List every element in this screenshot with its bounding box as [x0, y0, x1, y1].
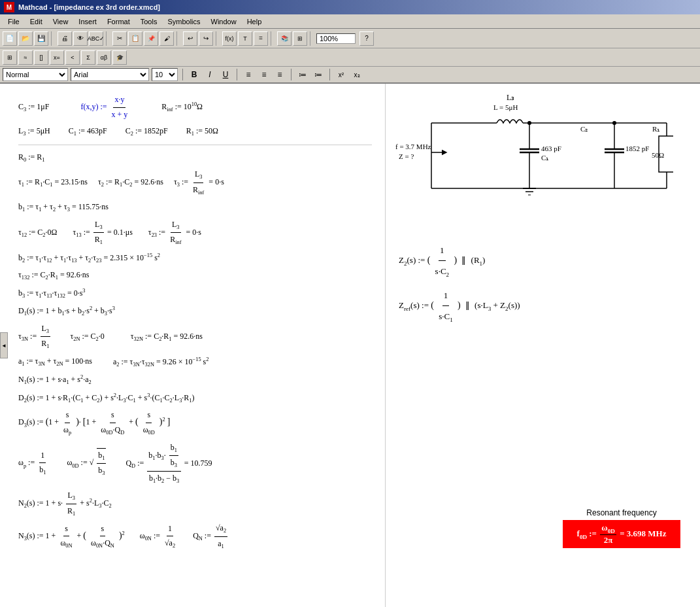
math-line-tau1: τ1 := R1·C1 = 23.15·ns τ2 := R1·C2 = 92.…	[18, 167, 372, 198]
tau1-assign: τ1 := R1·C1 = 23.15·ns	[18, 175, 88, 190]
sep5	[271, 31, 275, 46]
math-content: C3 := 1μF f(x,y) := x·y x + y Rinf := 10…	[0, 84, 385, 561]
math-line-d3: D3(s) := (1 + s ωp )· [1 + s ω0D·QD + (	[18, 408, 372, 438]
new-button[interactable]: 📄	[3, 31, 17, 46]
align-left-button[interactable]: ≡	[242, 68, 255, 81]
size-dropdown[interactable]: 10	[152, 68, 178, 81]
impedance-label: Z = ?	[399, 152, 414, 160]
tau32n-assign: τ32N := C2·R1 = 92.6·ns	[131, 330, 203, 345]
italic-button[interactable]: I	[203, 68, 216, 81]
math-line-tau3n: τ3N := L3 R1 τ2N := C2·0 τ32N := C2·R1 =…	[18, 322, 372, 352]
paste-button[interactable]: 📌	[144, 31, 158, 46]
component-button[interactable]: ⊞	[293, 31, 307, 46]
underline-button[interactable]: U	[219, 68, 232, 81]
math-line-tau12: τ12 := C2·0Ω τ13 := L3 R1 = 0.1·μs τ23 :…	[18, 218, 372, 248]
format-bar: Normal Arial 10 B I U ≡ ≡ ≡ ≔ ≔ x² x₂	[0, 67, 700, 84]
math-line-n3: N3(s) := 1 + s ω0N + ( s ω0N·QN )2 ω0N :…	[18, 521, 372, 551]
math-btn-8[interactable]: 🎓	[112, 50, 127, 65]
menu-edit[interactable]: Edit	[25, 16, 48, 27]
bullet-list-button[interactable]: ≔	[296, 68, 309, 81]
math-line-n2: N2(s) := 1 + s· L3 R1 + s2·L3·C2	[18, 489, 372, 519]
menu-symbolics[interactable]: Symbolics	[162, 16, 205, 27]
copy-button[interactable]: 📋	[128, 31, 142, 46]
font-dropdown[interactable]: Arial	[71, 68, 149, 81]
insert-math-button[interactable]: f(x)	[222, 31, 237, 46]
subscript-button[interactable]: x₂	[350, 68, 363, 81]
main-area: ◄ C3 := 1μF f(x,y) := x·y x + y Rinf := …	[0, 84, 700, 607]
spellcheck-button[interactable]: ABC✓	[89, 31, 103, 46]
style-dropdown[interactable]: Normal	[3, 68, 68, 81]
c2-assign: C2 := 1852pF	[125, 124, 168, 139]
save-button[interactable]: 💾	[34, 31, 48, 46]
math-btn-5[interactable]: <	[65, 50, 80, 65]
math-line-tau132: τ132 := C2·R1 = 92.6·ns	[18, 268, 372, 283]
menu-file[interactable]: File	[3, 16, 25, 27]
freq-label: f = 3.7 MHz	[395, 143, 431, 150]
node-c1	[527, 121, 531, 125]
preview-button[interactable]: 👁	[73, 31, 88, 46]
print-button[interactable]: 🖨	[58, 31, 72, 46]
math-btn-4[interactable]: x=	[50, 50, 64, 65]
circuit-c2-val: 1852 pF	[625, 145, 649, 152]
math-line-a1: a1 := τ3N + τ2N = 100·ns a2 := τ3N·τ32N …	[18, 355, 372, 370]
format-painter[interactable]: 🖌	[159, 31, 174, 46]
section-divider-1	[18, 145, 372, 145]
resonant-freq-section: Resonant frequency f0D := ω0D 2π = 3.698…	[563, 508, 680, 548]
func-assign: f(x,y) := x·y x + y	[80, 93, 130, 122]
left-panel: ◄ C3 := 1μF f(x,y) := x·y x + y Rinf := …	[0, 84, 386, 607]
align-right-button[interactable]: ≡	[273, 68, 286, 81]
zref-formula-line: Zref(s) := ( 1 s·C1 ) ‖ (s·L3 + Z2(s))	[399, 285, 520, 328]
undo-button[interactable]: ↩	[183, 31, 197, 46]
sep2	[106, 31, 110, 46]
zref-formula: Zref(s) := ( 1 s·C1 ) ‖ (s·L3 + Z2(s))	[399, 285, 520, 328]
math-line-b2: b2 := τ1·τ12 + τ1·τ13 + τ2·τ23 = 2.315 ×…	[18, 251, 372, 266]
menu-tools[interactable]: Tools	[135, 16, 163, 27]
cut-button[interactable]: ✂	[112, 31, 127, 46]
numbered-list-button[interactable]: ≔	[312, 68, 325, 81]
collapse-arrow[interactable]: ◄	[0, 332, 8, 358]
math-line-b1: b1 := τ1 + τ2 + τ3 = 115.75·ns	[18, 200, 372, 215]
math-btn-3[interactable]: []	[34, 50, 48, 65]
d2-assign: D2(s) := 1 + s·R1·(C1 + C2) + s2·L3·C1 +…	[18, 390, 195, 406]
menu-help[interactable]: Help	[242, 16, 267, 27]
math-toolbar: ⊞ ≈ [] x= < Σ αβ 🎓	[0, 48, 700, 67]
tau2n-assign: τ2N := C2·0	[70, 330, 104, 345]
z2-formula-line: Z2(s) := ( 1 s·C2 ) ‖ (R1)	[399, 240, 520, 283]
n2-assign: N2(s) := 1 + s· L3 R1 + s2·L3·C2	[18, 489, 112, 519]
math-btn-2[interactable]: ≈	[18, 50, 33, 65]
window-title: Mathcad - [impedance ex 3rd order.xmcd]	[18, 3, 160, 11]
math-btn-6[interactable]: Σ	[81, 50, 95, 65]
circuit-c1-label: 463 pF	[541, 145, 561, 152]
equal-button[interactable]: =	[254, 31, 268, 46]
c1-assign: C1 := 463pF	[69, 124, 107, 139]
redo-button[interactable]: ↪	[199, 31, 213, 46]
menu-window[interactable]: Window	[206, 16, 242, 27]
circuit-l3-label: L₃	[507, 93, 514, 102]
menu-view[interactable]: View	[48, 16, 74, 27]
b3-assign: b3 := τ1·τ13·τ132 = 0·s3	[18, 286, 86, 302]
tau12-assign: τ12 := C2·0Ω	[18, 226, 57, 241]
resonant-freq-formula: f0D := ω0D 2π = 3.698 MHz	[577, 529, 667, 538]
circuit-c2-label: C₂	[580, 125, 588, 133]
help-button[interactable]: ?	[359, 31, 374, 46]
z2-formula: Z2(s) := ( 1 s·C2 ) ‖ (R1)	[399, 240, 485, 283]
n1-assign: N1(s) := 1 + s·a1 + s2·a2	[18, 372, 92, 388]
open-button[interactable]: 📂	[18, 31, 33, 46]
math-btn-7[interactable]: αβ	[97, 50, 111, 65]
inductor-symbol	[497, 120, 523, 123]
insert-text-button[interactable]: T	[238, 31, 252, 46]
sep6	[310, 31, 314, 46]
b2-assign: b2 := τ1·τ12 + τ1·τ13 + τ2·τ23 = 2.315 ×…	[18, 251, 160, 266]
align-center-button[interactable]: ≡	[258, 68, 271, 81]
tau23-assign: τ23 := L3 Rinf = 0·s	[148, 218, 201, 248]
menu-format[interactable]: Format	[102, 16, 135, 27]
resource-button[interactable]: 📚	[277, 31, 292, 46]
menu-insert[interactable]: Insert	[73, 16, 102, 27]
math-btn-1[interactable]: ⊞	[3, 50, 17, 65]
title-bar: M Mathcad - [impedance ex 3rd order.xmcd…	[0, 0, 700, 14]
resonant-freq-result: f0D := ω0D 2π = 3.698 MHz	[563, 520, 680, 548]
format-sep4	[329, 69, 330, 80]
superscript-button[interactable]: x²	[335, 68, 348, 81]
zoom-select[interactable]: 100%	[316, 33, 356, 44]
bold-button[interactable]: B	[188, 68, 201, 81]
